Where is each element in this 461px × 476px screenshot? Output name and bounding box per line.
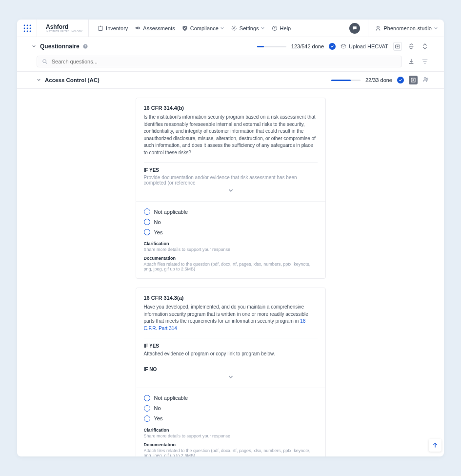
svg-point-8 [30, 30, 31, 32]
option-yes[interactable]: Yes [144, 414, 318, 424]
documentation-hint: Attach files related to the question (pd… [144, 262, 318, 271]
assign-button[interactable] [422, 76, 429, 84]
help-icon[interactable]: ? [82, 43, 88, 49]
nav-assessments[interactable]: Assessments [135, 25, 175, 31]
option-not-applicable[interactable]: Not applicable [144, 207, 318, 217]
collapse-all-button[interactable] [407, 42, 416, 51]
search-input-container[interactable] [37, 56, 402, 67]
top-nav: Ashford INSTITUTE OF TECHNOLOGY Inventor… [17, 20, 444, 37]
question-code: 16 CFR 314.4(b) [144, 105, 318, 111]
questionnaire-header: Questionnaire ? 123/542 done Upload HECV… [17, 37, 444, 56]
option-no[interactable]: No [144, 217, 318, 227]
nav-inventory[interactable]: Inventory [98, 25, 128, 31]
if-yes-text: Provide documentation and/or evidence th… [144, 175, 318, 186]
overall-progress-bar [257, 46, 286, 47]
add-folder-button[interactable] [393, 42, 402, 51]
help-icon: ? [272, 25, 278, 31]
section-access-control[interactable]: Access Control (AC) 22/33 done [17, 71, 444, 89]
collapse-icon [408, 43, 415, 50]
nav-help[interactable]: ? Help [272, 25, 291, 31]
search-icon [42, 59, 48, 64]
svg-point-11 [233, 27, 235, 29]
page-title: Questionnaire ? [40, 43, 88, 50]
if-no-header: IF NO [144, 364, 318, 372]
question-text: Is the institution's information securit… [144, 114, 318, 156]
clarification-header: Clarification [144, 428, 318, 433]
chevron-down-icon [434, 26, 438, 30]
if-yes-header: IF YES [144, 338, 318, 349]
radio-icon [144, 395, 150, 401]
svg-point-1 [27, 24, 28, 26]
scroll-top-button[interactable] [429, 439, 441, 452]
chevron-down-icon[interactable] [32, 43, 36, 49]
if-yes-text: Attached evidence of program or copy lin… [144, 351, 318, 358]
folder-plus-icon [395, 43, 401, 49]
brand[interactable]: Ashford INSTITUTE OF TECHNOLOGY [40, 20, 89, 37]
arrow-up-icon [432, 442, 439, 449]
user-menu[interactable]: Phenomenon-studio [368, 20, 438, 37]
chat-icon [352, 25, 358, 31]
radio-icon [144, 229, 150, 235]
sort-icon [421, 43, 428, 50]
app-logo[interactable] [23, 20, 37, 37]
section-progress-bar [331, 80, 361, 81]
nav-compliance[interactable]: Compliance [182, 25, 224, 31]
search-row [17, 56, 444, 67]
svg-point-18 [43, 60, 46, 63]
clarification-hint: Share more details to support your respo… [144, 247, 318, 252]
clarification-hint: Share more details to support your respo… [144, 434, 318, 438]
shield-icon [182, 25, 188, 31]
svg-point-20 [424, 77, 426, 79]
download-icon [408, 58, 415, 65]
expand-button[interactable] [144, 186, 318, 196]
nav-settings[interactable]: Settings [231, 25, 265, 31]
chat-button[interactable] [349, 23, 360, 34]
logo-icon [23, 24, 32, 33]
check-icon [330, 44, 334, 48]
brand-sub: INSTITUTE OF TECHNOLOGY [46, 30, 82, 33]
svg-point-0 [24, 24, 25, 26]
chevron-down-icon [37, 77, 41, 83]
svg-point-4 [27, 27, 28, 29]
overall-progress-text: 123/542 done [291, 43, 324, 49]
svg-point-14 [377, 26, 379, 28]
option-not-applicable[interactable]: Not applicable [144, 393, 318, 403]
status-badge [397, 77, 404, 83]
question-text: Have you developed, implemented, and do … [144, 304, 318, 332]
question-code: 16 CFR 314.3(a) [144, 295, 318, 301]
chevron-down-icon [220, 26, 224, 30]
documentation-hint: Attach files related to the question (pd… [144, 448, 318, 457]
filter-button[interactable] [421, 57, 429, 66]
radio-icon [144, 405, 150, 412]
documentation-header: Documentation [144, 442, 318, 447]
expand-button[interactable] [144, 372, 318, 383]
chevron-down-icon [261, 26, 265, 30]
status-badge [329, 43, 336, 50]
graduation-cap-icon [341, 43, 346, 49]
check-icon [399, 78, 402, 82]
option-yes[interactable]: Yes [144, 227, 318, 237]
svg-text:?: ? [84, 45, 86, 48]
section-progress-text: 22/33 done [365, 77, 392, 83]
radio-icon [144, 208, 150, 215]
user-icon [375, 25, 381, 31]
question-card: 16 CFR 314.3(a) Have you developed, impl… [136, 288, 326, 456]
option-no[interactable]: No [144, 403, 318, 414]
svg-point-5 [30, 27, 31, 29]
upload-hecvat-button[interactable]: Upload HECVAT [341, 43, 388, 49]
svg-rect-10 [100, 25, 101, 26]
clarification-header: Clarification [144, 241, 318, 246]
download-button[interactable] [407, 57, 416, 66]
radio-icon [144, 415, 150, 422]
question-card: 16 CFR 314.4(b) Is the institution's inf… [136, 98, 326, 279]
brand-name: Ashford [46, 24, 82, 30]
chevron-down-icon [228, 374, 234, 380]
search-input[interactable] [52, 59, 397, 64]
chevron-down-icon [228, 187, 234, 193]
svg-point-21 [426, 78, 428, 80]
clipboard-icon [98, 25, 103, 31]
add-note-button[interactable] [409, 76, 418, 84]
sort-button[interactable] [421, 42, 429, 51]
note-plus-icon [411, 78, 416, 83]
svg-text:?: ? [274, 27, 276, 30]
